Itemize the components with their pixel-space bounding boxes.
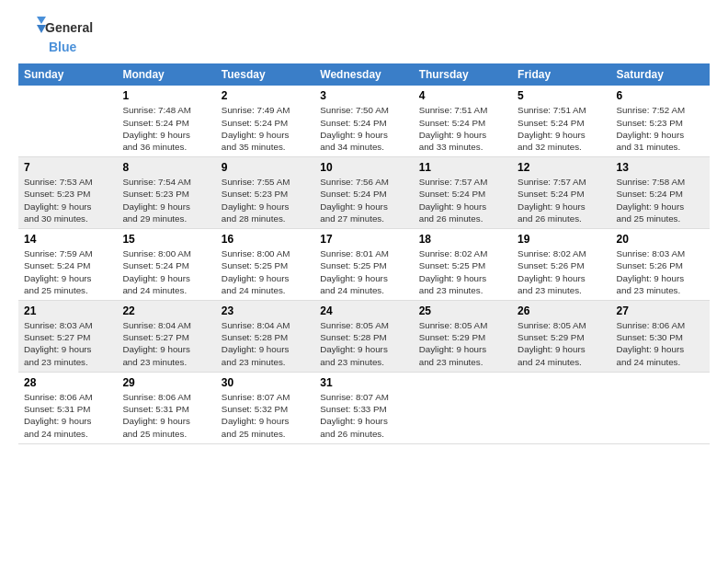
- calendar-week-row: 7Sunrise: 7:53 AM Sunset: 5:23 PM Daylig…: [18, 157, 710, 229]
- calendar-cell: 8Sunrise: 7:54 AM Sunset: 5:23 PM Daylig…: [117, 157, 215, 229]
- calendar-table: Sunday Monday Tuesday Wednesday Thursday…: [18, 63, 710, 443]
- calendar-cell: 21Sunrise: 8:03 AM Sunset: 5:27 PM Dayli…: [18, 301, 117, 373]
- calendar-cell: [414, 372, 512, 443]
- col-saturday: Saturday: [611, 63, 710, 86]
- day-info: Sunrise: 8:06 AM Sunset: 5:30 PM Dayligh…: [617, 319, 704, 368]
- header-row: Sunday Monday Tuesday Wednesday Thursday…: [18, 63, 710, 86]
- calendar-cell: [18, 86, 117, 156]
- day-number: 15: [122, 233, 210, 246]
- logo: General Blue: [18, 17, 93, 54]
- day-number: 28: [24, 376, 111, 389]
- day-info: Sunrise: 8:05 AM Sunset: 5:28 PM Dayligh…: [320, 319, 407, 368]
- day-info: Sunrise: 8:06 AM Sunset: 5:31 PM Dayligh…: [122, 391, 210, 440]
- calendar-cell: 25Sunrise: 8:05 AM Sunset: 5:29 PM Dayli…: [414, 301, 512, 373]
- calendar-cell: 20Sunrise: 8:03 AM Sunset: 5:26 PM Dayli…: [611, 229, 710, 301]
- day-info: Sunrise: 8:00 AM Sunset: 5:24 PM Dayligh…: [122, 247, 210, 296]
- day-number: 27: [617, 304, 704, 317]
- day-info: Sunrise: 8:05 AM Sunset: 5:29 PM Dayligh…: [518, 319, 605, 368]
- day-info: Sunrise: 7:57 AM Sunset: 5:24 PM Dayligh…: [518, 176, 605, 224]
- day-number: 16: [222, 233, 309, 246]
- day-number: 31: [320, 376, 407, 389]
- day-info: Sunrise: 8:04 AM Sunset: 5:27 PM Dayligh…: [122, 319, 210, 368]
- calendar-cell: 3Sunrise: 7:50 AM Sunset: 5:24 PM Daylig…: [314, 86, 413, 156]
- day-info: Sunrise: 7:48 AM Sunset: 5:24 PM Dayligh…: [122, 104, 210, 153]
- calendar-cell: 14Sunrise: 7:59 AM Sunset: 5:24 PM Dayli…: [18, 229, 117, 301]
- day-number: 11: [419, 161, 506, 174]
- day-number: 19: [518, 233, 605, 246]
- calendar-cell: [512, 372, 610, 443]
- day-info: Sunrise: 8:03 AM Sunset: 5:26 PM Dayligh…: [617, 247, 704, 296]
- day-info: Sunrise: 7:53 AM Sunset: 5:23 PM Dayligh…: [24, 176, 111, 224]
- col-friday: Friday: [512, 63, 610, 86]
- day-number: 23: [222, 304, 309, 317]
- header: General Blue: [18, 17, 710, 54]
- calendar-cell: 26Sunrise: 8:05 AM Sunset: 5:29 PM Dayli…: [512, 301, 610, 373]
- calendar-cell: 24Sunrise: 8:05 AM Sunset: 5:28 PM Dayli…: [314, 301, 413, 373]
- day-number: 7: [24, 161, 111, 174]
- day-number: 10: [320, 161, 407, 174]
- calendar-cell: 16Sunrise: 8:00 AM Sunset: 5:25 PM Dayli…: [216, 229, 314, 301]
- day-number: 17: [320, 233, 407, 246]
- day-info: Sunrise: 8:02 AM Sunset: 5:26 PM Dayligh…: [518, 247, 605, 296]
- day-info: Sunrise: 8:02 AM Sunset: 5:25 PM Dayligh…: [419, 247, 506, 296]
- calendar-cell: 10Sunrise: 7:56 AM Sunset: 5:24 PM Dayli…: [314, 157, 413, 229]
- calendar-cell: [611, 372, 710, 443]
- day-number: 24: [320, 304, 407, 317]
- calendar-cell: 12Sunrise: 7:57 AM Sunset: 5:24 PM Dayli…: [512, 157, 610, 229]
- logo-blue: Blue: [49, 40, 76, 54]
- calendar-cell: 27Sunrise: 8:06 AM Sunset: 5:30 PM Dayli…: [611, 301, 710, 373]
- day-number: 21: [24, 304, 111, 317]
- day-info: Sunrise: 7:55 AM Sunset: 5:23 PM Dayligh…: [222, 176, 309, 224]
- calendar-cell: 6Sunrise: 7:52 AM Sunset: 5:23 PM Daylig…: [611, 86, 710, 156]
- calendar-cell: 5Sunrise: 7:51 AM Sunset: 5:24 PM Daylig…: [512, 86, 610, 156]
- day-number: 3: [320, 89, 407, 102]
- day-info: Sunrise: 8:03 AM Sunset: 5:27 PM Dayligh…: [24, 319, 111, 368]
- calendar-cell: 13Sunrise: 7:58 AM Sunset: 5:24 PM Dayli…: [611, 157, 710, 229]
- day-info: Sunrise: 7:59 AM Sunset: 5:24 PM Dayligh…: [24, 247, 111, 296]
- calendar-cell: 31Sunrise: 8:07 AM Sunset: 5:33 PM Dayli…: [314, 372, 413, 443]
- calendar-cell: 29Sunrise: 8:06 AM Sunset: 5:31 PM Dayli…: [117, 372, 215, 443]
- day-info: Sunrise: 8:01 AM Sunset: 5:25 PM Dayligh…: [320, 247, 407, 296]
- day-number: 18: [419, 233, 506, 246]
- day-number: 20: [617, 233, 704, 246]
- calendar-cell: 15Sunrise: 8:00 AM Sunset: 5:24 PM Dayli…: [117, 229, 215, 301]
- calendar-cell: 22Sunrise: 8:04 AM Sunset: 5:27 PM Dayli…: [117, 301, 215, 373]
- day-number: 29: [122, 376, 210, 389]
- calendar-cell: 7Sunrise: 7:53 AM Sunset: 5:23 PM Daylig…: [18, 157, 117, 229]
- col-monday: Monday: [117, 63, 215, 86]
- day-number: 26: [518, 304, 605, 317]
- day-info: Sunrise: 8:07 AM Sunset: 5:33 PM Dayligh…: [320, 391, 407, 440]
- day-info: Sunrise: 7:50 AM Sunset: 5:24 PM Dayligh…: [320, 104, 407, 153]
- day-number: 4: [419, 89, 506, 102]
- calendar-cell: 11Sunrise: 7:57 AM Sunset: 5:24 PM Dayli…: [414, 157, 512, 229]
- day-number: 25: [419, 304, 506, 317]
- calendar-cell: 9Sunrise: 7:55 AM Sunset: 5:23 PM Daylig…: [216, 157, 314, 229]
- day-info: Sunrise: 8:04 AM Sunset: 5:28 PM Dayligh…: [222, 319, 309, 368]
- day-info: Sunrise: 7:52 AM Sunset: 5:23 PM Dayligh…: [617, 104, 704, 153]
- svg-marker-0: [37, 17, 46, 24]
- day-info: Sunrise: 8:06 AM Sunset: 5:31 PM Dayligh…: [24, 391, 111, 440]
- day-number: 30: [222, 376, 309, 389]
- day-info: Sunrise: 8:00 AM Sunset: 5:25 PM Dayligh…: [222, 247, 309, 296]
- day-info: Sunrise: 7:51 AM Sunset: 5:24 PM Dayligh…: [419, 104, 506, 153]
- day-number: 14: [24, 233, 111, 246]
- calendar-cell: 23Sunrise: 8:04 AM Sunset: 5:28 PM Dayli…: [216, 301, 314, 373]
- day-number: 1: [122, 89, 210, 102]
- calendar-cell: 18Sunrise: 8:02 AM Sunset: 5:25 PM Dayli…: [414, 229, 512, 301]
- day-info: Sunrise: 7:58 AM Sunset: 5:24 PM Dayligh…: [617, 176, 704, 224]
- calendar-cell: 30Sunrise: 8:07 AM Sunset: 5:32 PM Dayli…: [216, 372, 314, 443]
- day-info: Sunrise: 7:49 AM Sunset: 5:24 PM Dayligh…: [222, 104, 309, 153]
- day-number: 22: [122, 304, 210, 317]
- day-number: 9: [222, 161, 309, 174]
- day-info: Sunrise: 7:57 AM Sunset: 5:24 PM Dayligh…: [419, 176, 506, 224]
- calendar-week-row: 14Sunrise: 7:59 AM Sunset: 5:24 PM Dayli…: [18, 229, 710, 301]
- col-thursday: Thursday: [414, 63, 512, 86]
- calendar-cell: 1Sunrise: 7:48 AM Sunset: 5:24 PM Daylig…: [117, 86, 215, 156]
- col-sunday: Sunday: [18, 63, 117, 86]
- day-number: 5: [518, 89, 605, 102]
- calendar-cell: 28Sunrise: 8:06 AM Sunset: 5:31 PM Dayli…: [18, 372, 117, 443]
- day-info: Sunrise: 7:56 AM Sunset: 5:24 PM Dayligh…: [320, 176, 407, 224]
- day-number: 12: [518, 161, 605, 174]
- col-wednesday: Wednesday: [314, 63, 413, 86]
- day-info: Sunrise: 7:51 AM Sunset: 5:24 PM Dayligh…: [518, 104, 605, 153]
